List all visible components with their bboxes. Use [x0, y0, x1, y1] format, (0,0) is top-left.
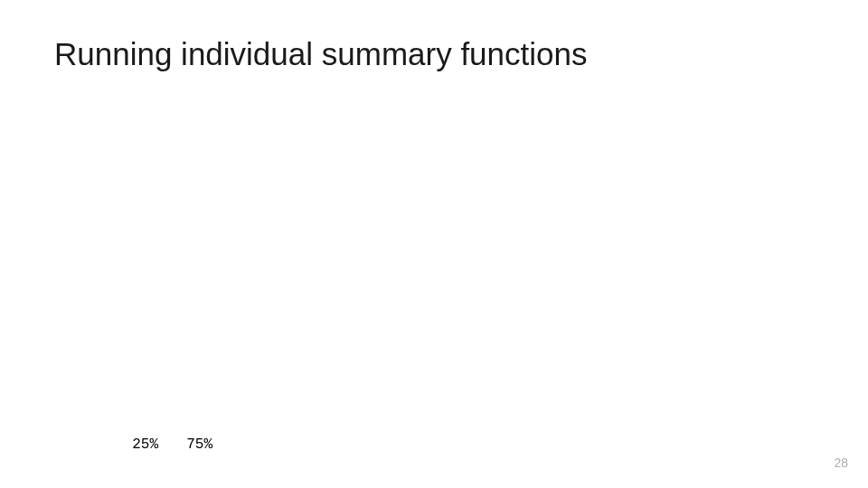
page-number: 28	[834, 455, 848, 470]
quantile-label-75: 75%	[158, 436, 212, 454]
slide-title: Running individual summary functions	[54, 36, 587, 72]
quantile-header-row: 25% 75%	[104, 436, 212, 454]
slide-container: Running individual summary functions 25%…	[0, 0, 868, 488]
quantile-output: 25% 75% 15.425 22.800	[104, 399, 212, 488]
quantile-label-25: 25%	[104, 436, 158, 454]
